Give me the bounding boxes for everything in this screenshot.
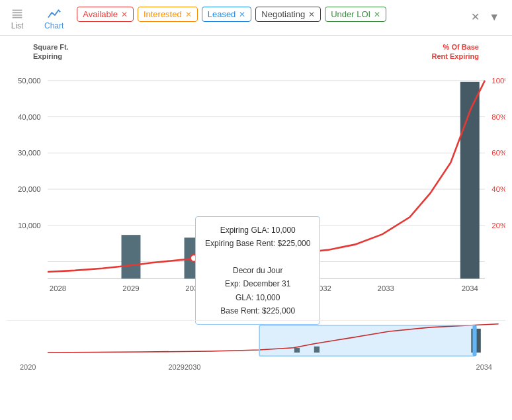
minimap-bar-2029	[294, 348, 300, 353]
minimap-bar-2030	[314, 347, 320, 353]
filter-available[interactable]: Available ✕	[77, 7, 134, 22]
minimap-label-2020: 2020	[20, 363, 36, 371]
minimap-area: 2020 2029 2030 2034	[7, 320, 505, 373]
top-right-controls: ✕ ▼	[468, 7, 502, 24]
svg-text:20%: 20%	[491, 221, 505, 229]
minimap-selection[interactable]	[259, 325, 475, 356]
svg-text:2034: 2034	[462, 284, 478, 292]
bar-2029	[122, 235, 141, 278]
filter-available-label: Available	[83, 9, 118, 19]
filter-negotiating-label: Negotiating	[261, 9, 305, 19]
svg-text:2028: 2028	[50, 284, 66, 292]
svg-text:2029: 2029	[122, 284, 139, 292]
y-axis-left-label: Square Ft.Expiring	[33, 42, 69, 62]
filter-negotiating-remove[interactable]: ✕	[308, 10, 315, 19]
list-label: List	[11, 21, 24, 30]
chart-svg: 50,000 40,000 30,000 20,000 10,000 100% …	[7, 64, 505, 315]
y-axis-right-label: % Of BaseRent Expiring	[431, 42, 479, 62]
filter-leased[interactable]: Leased ✕	[202, 7, 252, 22]
svg-text:2031: 2031	[251, 284, 268, 292]
hover-dot	[191, 255, 197, 261]
svg-text:40%: 40%	[491, 185, 505, 193]
svg-text:2033: 2033	[378, 284, 394, 292]
filter-interested-label: Interested	[144, 9, 182, 19]
chart-area: Square Ft.Expiring % Of BaseRent Expirin…	[0, 36, 512, 320]
minimap-right-handle[interactable]	[472, 325, 476, 356]
filter-tags: Available ✕ Interested ✕ Leased ✕ Negoti…	[77, 7, 455, 22]
filter-leased-remove[interactable]: ✕	[239, 10, 245, 19]
expand-button[interactable]: ▼	[486, 10, 502, 24]
minimap-label-2034: 2034	[476, 363, 492, 371]
filter-interested-remove[interactable]: ✕	[185, 10, 192, 19]
svg-text:20,000: 20,000	[18, 185, 41, 193]
minimap-svg	[7, 321, 505, 360]
filter-under-loi-remove[interactable]: ✕	[374, 10, 380, 19]
chart-label: Chart	[44, 21, 64, 30]
svg-text:60%: 60%	[491, 149, 505, 157]
svg-text:50,000: 50,000	[18, 76, 41, 84]
main-chart: 50,000 40,000 30,000 20,000 10,000 100% …	[7, 64, 505, 315]
svg-text:100%: 100%	[491, 76, 505, 84]
svg-text:40,000: 40,000	[18, 112, 41, 120]
svg-text:10,000: 10,000	[18, 221, 41, 229]
svg-text:2032: 2032	[315, 284, 331, 292]
top-bar: List Chart Available ✕ Interested ✕ Leas…	[0, 0, 512, 36]
chart-view-toggle[interactable]: Chart	[44, 7, 64, 30]
filter-negotiating[interactable]: Negotiating ✕	[255, 7, 321, 22]
list-view-toggle[interactable]: List	[10, 7, 24, 30]
filter-leased-label: Leased	[208, 9, 236, 19]
filter-available-remove[interactable]: ✕	[121, 10, 128, 19]
minimap-labels: 2020 2029 2030 2034	[7, 363, 505, 371]
filter-interested[interactable]: Interested ✕	[138, 7, 198, 22]
minimap-label-2030: 2030	[185, 363, 200, 371]
filter-under-loi[interactable]: Under LOI ✕	[325, 7, 386, 22]
filter-under-loi-label: Under LOI	[331, 9, 370, 19]
view-toggle-group: List Chart	[10, 7, 64, 32]
svg-text:80%: 80%	[491, 112, 505, 120]
rent-line	[48, 80, 485, 271]
minimap-label-2029: 2029	[168, 363, 184, 371]
clear-filters-button[interactable]: ✕	[468, 9, 482, 24]
svg-text:30,000: 30,000	[18, 149, 41, 157]
svg-text:2030: 2030	[185, 284, 202, 292]
